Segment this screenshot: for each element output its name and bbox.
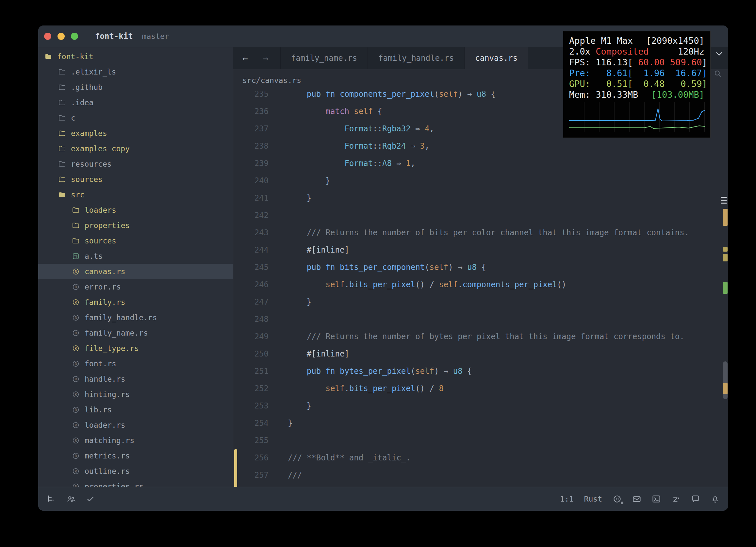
folder-open-icon — [58, 191, 66, 199]
code-line[interactable]: 256 /// **Bold** and _italic_. — [233, 449, 728, 467]
zoom-window-button[interactable] — [71, 33, 78, 40]
file-tree-item[interactable]: sources — [38, 233, 233, 248]
close-window-button[interactable] — [44, 33, 51, 40]
notifications-bell-icon[interactable] — [711, 494, 720, 504]
folder-icon — [72, 237, 80, 245]
file-tree-item[interactable]: R handle.rs — [38, 371, 233, 387]
hud-stat-row: Mem: 310.33MB [103.00MB] — [569, 89, 704, 100]
file-tree-item[interactable]: loaders — [38, 202, 233, 218]
file-tree-item[interactable]: examples copy — [38, 141, 233, 156]
file-tree-item[interactable]: R matching.rs — [38, 433, 233, 448]
code-line[interactable]: 251 pub fn bytes_per_pixel(self) → u8 { — [233, 363, 728, 380]
code-line[interactable]: 246 self.bits_per_pixel() / self.compone… — [233, 276, 728, 293]
file-tree-item[interactable]: properties — [38, 218, 233, 233]
file-tree-item[interactable]: .idea — [38, 95, 233, 110]
file-tree-item[interactable]: R metrics.rs — [38, 448, 233, 463]
file-name: examples — [71, 129, 107, 138]
collaboration-icon[interactable] — [66, 494, 75, 504]
chat-icon[interactable] — [691, 494, 700, 504]
file-tree-item[interactable]: R family_name.rs — [38, 325, 233, 340]
language-selector[interactable]: Rust — [584, 495, 602, 503]
file-tree-item[interactable]: R error.rs — [38, 279, 233, 294]
code-line[interactable]: 250 #[inline] — [233, 345, 728, 363]
code-line[interactable]: 252 self.bits_per_pixel() / 8 — [233, 380, 728, 397]
file-name: canvas.rs — [85, 267, 125, 276]
file-tree-item[interactable]: R font.rs — [38, 356, 233, 371]
code-line[interactable]: 255 — [233, 432, 728, 449]
file-tree-item[interactable]: examples — [38, 125, 233, 141]
editor-tab[interactable]: family_name.rs — [280, 47, 368, 69]
code-text: /// — [288, 467, 302, 484]
navigate-forward-button[interactable]: → — [263, 53, 269, 64]
file-tree-item[interactable]: TS a.ts — [38, 248, 233, 264]
code-line[interactable]: 238 Format::Rgb24 ⇒ 3, — [233, 138, 728, 155]
code-line[interactable]: 242 — [233, 207, 728, 224]
file-tree-item[interactable]: src — [38, 187, 233, 202]
breadcrumb[interactable]: src/canvas.rs — [242, 76, 301, 85]
file-tree-item[interactable]: R properties.rs — [38, 479, 233, 487]
code-line[interactable]: 241 } — [233, 190, 728, 207]
project-panel[interactable]: font-kit .elixir_ls .github .idea c exam… — [38, 47, 233, 487]
project-title[interactable]: font-kit — [95, 32, 133, 41]
editor-tab[interactable]: canvas.rs — [465, 47, 528, 69]
file-tree-item[interactable]: c — [38, 110, 233, 125]
code-text: #[inline] — [288, 241, 349, 259]
minimize-window-button[interactable] — [58, 33, 65, 40]
line-number: 235 — [233, 91, 269, 103]
rust-icon: R — [72, 436, 80, 445]
file-tree-item[interactable]: R outline.rs — [38, 463, 233, 479]
line-number: 248 — [233, 311, 269, 328]
file-tree-item[interactable]: R file_type.rs — [38, 340, 233, 356]
chevron-down-icon[interactable] — [714, 49, 724, 60]
folder-icon — [58, 129, 66, 138]
file-tree-item[interactable]: R family_handle.rs — [38, 310, 233, 325]
code-line[interactable]: 257 /// — [233, 467, 728, 484]
line-number: 253 — [233, 397, 269, 415]
scrollbar-mark-lines — [721, 197, 727, 198]
code-editor[interactable]: 235 pub fn components_per_pixel(self) → … — [233, 91, 728, 487]
file-tree-item[interactable]: sources — [38, 172, 233, 187]
file-name: examples copy — [71, 144, 130, 153]
code-line[interactable]: 248 — [233, 311, 728, 328]
hud-stat-range: [2090x1450] — [646, 35, 704, 46]
file-tree-item[interactable]: .github — [38, 79, 233, 95]
performance-hud: Apple M1 Max [2090x1450] 2.0x Composited… — [563, 31, 711, 138]
search-icon[interactable] — [714, 69, 722, 79]
code-text: pub fn components_per_pixel(self) → u8 { — [288, 91, 496, 103]
file-name: metrics.rs — [85, 452, 130, 460]
assistant-z-icon[interactable] — [671, 494, 681, 504]
svg-text:R: R — [75, 439, 77, 443]
code-line[interactable]: 254 } — [233, 415, 728, 432]
project-panel-toggle-icon[interactable] — [47, 494, 56, 504]
hud-stat-row: FPS: 116.13 [ 60.00 509.60] — [569, 57, 704, 68]
file-tree-item[interactable]: R canvas.rs — [38, 264, 233, 279]
code-line[interactable]: 243 /// Returns the number of bits per c… — [233, 224, 728, 241]
code-line[interactable]: 239 Format::A8 ⇒ 1, — [233, 155, 728, 172]
code-line[interactable]: 249 /// Returns the number of bytes per … — [233, 328, 728, 345]
copilot-icon[interactable] — [613, 494, 622, 504]
code-line[interactable]: 253 } — [233, 397, 728, 415]
file-tree-item[interactable]: .elixir_ls — [38, 64, 233, 79]
status-bar: 1:1 Rust — [38, 487, 728, 511]
file-tree-item[interactable]: R lib.rs — [38, 402, 233, 417]
terminal-icon[interactable] — [652, 494, 661, 504]
file-name: loader.rs — [85, 421, 125, 429]
navigate-back-button[interactable]: ← — [242, 53, 248, 64]
git-branch-label[interactable]: master — [142, 32, 169, 41]
code-line[interactable]: 245 pub fn bits_per_component(self) → u8… — [233, 259, 728, 276]
svg-text:TS: TS — [74, 255, 77, 258]
file-tree-item[interactable]: font-kit — [38, 49, 233, 64]
cursor-position[interactable]: 1:1 — [560, 495, 574, 503]
file-tree-item[interactable]: resources — [38, 156, 233, 172]
file-tree-item[interactable]: R hinting.rs — [38, 387, 233, 402]
code-line[interactable]: 247 } — [233, 293, 728, 311]
hud-stat-label: GPU: 0.51 — [569, 78, 628, 89]
file-tree-item[interactable]: R loader.rs — [38, 417, 233, 433]
file-tree-item[interactable]: R family.rs — [38, 294, 233, 310]
editor-tab[interactable]: family_handle.rs — [368, 47, 465, 69]
tab-label: canvas.rs — [475, 54, 518, 63]
feedback-mail-icon[interactable] — [632, 494, 641, 504]
code-line[interactable]: 240 } — [233, 172, 728, 190]
code-line[interactable]: 244 #[inline] — [233, 241, 728, 259]
diagnostics-check-icon[interactable] — [86, 494, 95, 504]
